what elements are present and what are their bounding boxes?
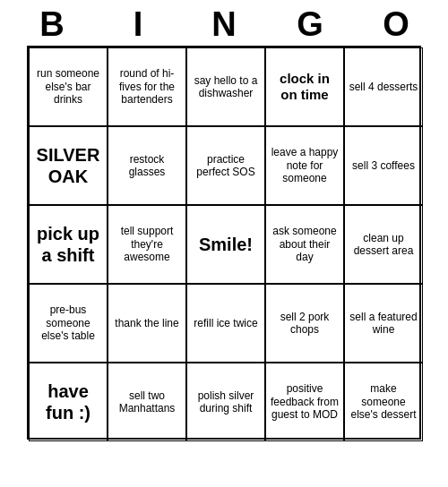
bingo-cell: ask someone about their day — [265, 205, 344, 284]
bingo-cell: positive feedback from guest to MOD — [265, 363, 344, 441]
bingo-header: BINGO — [9, 0, 439, 46]
bingo-cell: pre-bus someone else's table — [29, 284, 108, 363]
bingo-cell: sell a featured wine — [344, 284, 423, 363]
bingo-cell: practice perfect SOS — [186, 126, 265, 205]
bingo-cell: polish silver during shift — [186, 363, 265, 441]
bingo-cell: Smile! — [186, 205, 265, 284]
bingo-cell: clean up dessert area — [344, 205, 423, 284]
bingo-cell: thank the line — [108, 284, 186, 363]
bingo-cell: run someone else's bar drinks — [29, 47, 108, 126]
bingo-cell: sell two Manhattans — [108, 363, 186, 441]
bingo-cell: sell 3 coffees — [344, 126, 423, 205]
bingo-letter: N — [185, 5, 263, 44]
bingo-cell: leave a happy note for someone — [265, 126, 344, 205]
bingo-letter: O — [357, 5, 435, 44]
bingo-cell: restock glasses — [108, 126, 186, 205]
bingo-letter: B — [13, 5, 91, 44]
bingo-letter: G — [271, 5, 349, 44]
bingo-cell: clock in on time — [265, 47, 344, 126]
bingo-cell: make someone else's dessert — [344, 363, 423, 441]
bingo-letter: I — [99, 5, 177, 44]
bingo-cell: say hello to a dishwasher — [186, 47, 265, 126]
bingo-cell: round of hi-fives for the bartenders — [108, 47, 186, 126]
bingo-cell: SILVER OAK — [29, 126, 108, 205]
bingo-grid: run someone else's bar drinksround of hi… — [27, 46, 421, 440]
bingo-cell: have fun :) — [29, 363, 108, 441]
bingo-cell: sell 2 pork chops — [265, 284, 344, 363]
bingo-cell: refill ice twice — [186, 284, 265, 363]
bingo-cell: tell support they're awesome — [108, 205, 186, 284]
bingo-cell: pick up a shift — [29, 205, 108, 284]
bingo-cell: sell 4 desserts — [344, 47, 423, 126]
